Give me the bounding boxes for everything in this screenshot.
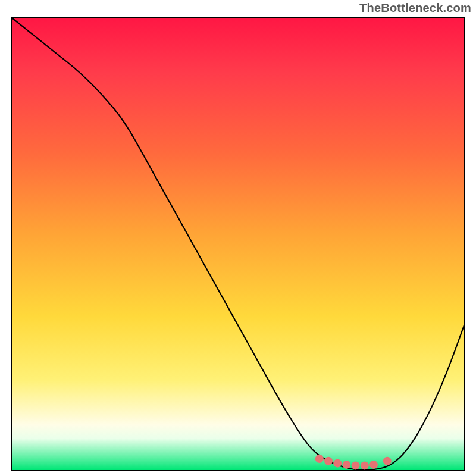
range-marker: [315, 455, 324, 463]
range-marker: [324, 457, 333, 465]
range-marker: [383, 457, 392, 465]
range-marker: [369, 461, 378, 469]
range-marker: [333, 459, 342, 468]
chart-stage: TheBottleneck.com: [0, 0, 476, 476]
marker-group: [315, 455, 392, 469]
attribution-text: TheBottleneck.com: [359, 1, 471, 15]
curve-layer: [12, 18, 464, 470]
bottleneck-curve: [12, 18, 464, 470]
range-marker: [342, 461, 350, 469]
range-marker: [352, 461, 360, 469]
range-marker: [361, 461, 369, 469]
plot-frame: [11, 17, 465, 471]
